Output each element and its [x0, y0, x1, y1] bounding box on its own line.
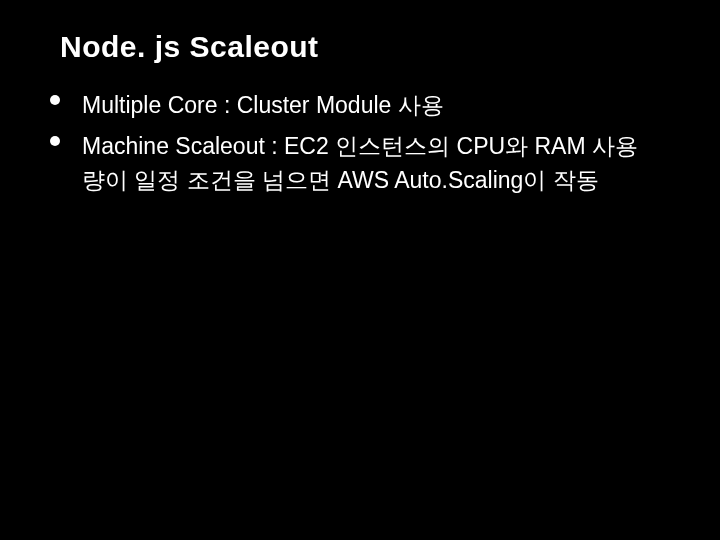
slide-container: Node. js Scaleout Multiple Core : Cluste… — [0, 0, 720, 540]
slide-title: Node. js Scaleout — [60, 30, 720, 64]
bullet-text: Multiple Core : Cluster Module 사용 — [82, 88, 444, 123]
bullet-text: Machine Scaleout : EC2 인스턴스의 CPU와 RAM 사용… — [82, 129, 642, 198]
list-item: Machine Scaleout : EC2 인스턴스의 CPU와 RAM 사용… — [50, 129, 720, 198]
bullet-list: Multiple Core : Cluster Module 사용 Machin… — [0, 88, 720, 198]
bullet-icon — [50, 95, 60, 105]
bullet-icon — [50, 136, 60, 146]
list-item: Multiple Core : Cluster Module 사용 — [50, 88, 720, 123]
